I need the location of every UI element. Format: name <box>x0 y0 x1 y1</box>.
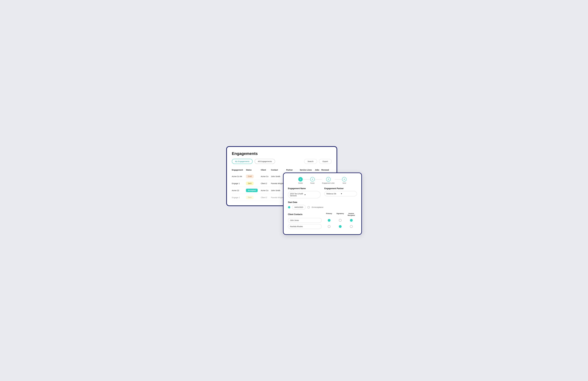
contact-1-invoice-radio <box>350 219 353 222</box>
form-row-name-partner: Engagement Name 2023 Tax & Audit Service… <box>288 188 357 198</box>
engagement-name-arrow: ▼ <box>304 194 318 196</box>
stepper: 1 Details 2 Scope 3 Engagement Letter 4 … <box>288 177 357 184</box>
detail-card: 1 Details 2 Scope 3 Engagement Letter 4 … <box>283 172 362 235</box>
col-service-lines: Service Lines <box>300 168 315 173</box>
cell-engagement: Acme Co 94 <box>232 173 246 180</box>
step-engagement-letter[interactable]: 3 Engagement Letter <box>322 177 335 184</box>
status-badge: Accepted <box>246 189 258 192</box>
step-4-label: Send <box>343 182 346 184</box>
step-2-label: Scope <box>310 182 315 184</box>
engagement-name-group: Engagement Name 2023 Tax & Audit Service… <box>288 188 320 198</box>
search-button[interactable]: Search <box>304 159 317 164</box>
date-row: 04/01/2023 On Acceptance <box>288 205 357 210</box>
tab-all-engagements[interactable]: All Engagements <box>254 159 275 164</box>
export-button[interactable]: Export <box>319 159 332 164</box>
col-engagement: Engagement <box>232 168 246 173</box>
engagement-partner-value: Rebecca Vie <box>327 193 341 195</box>
cell-status: Accepted <box>246 187 261 194</box>
contact-1-signatory-radio <box>339 219 342 222</box>
start-date-input[interactable]: 04/01/2023 <box>292 205 306 210</box>
contact-row-1: John Jones <box>288 218 357 223</box>
engagement-name-value: 2023 Tax & Audit Services <box>290 193 304 197</box>
step-1-circle: 1 <box>298 177 303 182</box>
cell-status: Sent <box>246 180 261 187</box>
step-4-circle: 4 <box>342 177 347 182</box>
client-contacts-title: Client Contacts <box>288 213 324 215</box>
status-badge: Sent <box>246 182 253 185</box>
step-send[interactable]: 4 Send <box>342 177 347 184</box>
start-date-section: Start Date 04/01/2023 On Acceptance <box>288 201 357 210</box>
invoice-recipient-col-label: Invoice Recipient <box>346 212 357 216</box>
date-radio-selected[interactable] <box>288 206 290 208</box>
engagement-partner-group: Engagement Partner Rebecca Vie ▼ <box>324 188 357 198</box>
step-scope[interactable]: 2 Scope <box>310 177 315 184</box>
contact-row-2: Rashida Rhodes <box>288 224 357 229</box>
col-client: Client <box>261 168 271 173</box>
step-1-label: Details <box>298 182 303 184</box>
col-renewal: Renewal <box>321 168 332 173</box>
connector-2-3 <box>315 179 322 180</box>
contact-2-name[interactable]: Rashida Rhodes <box>288 224 322 229</box>
signatory-col-label: Signatory <box>335 212 346 216</box>
engagement-name-label: Engagement Name <box>288 188 320 190</box>
cell-status: Sent <box>246 194 261 201</box>
contact-2-invoice-radio <box>350 225 353 228</box>
engagement-partner-select[interactable]: Rebecca Vie ▼ <box>324 191 357 196</box>
col-jobs: Jobs <box>315 168 321 173</box>
step-details[interactable]: 1 Details <box>298 177 303 184</box>
cell-engagement: Engage 1 <box>232 180 246 187</box>
contacts-header: Client Contacts Primary Signatory Invoic… <box>288 212 357 216</box>
engagement-name-select[interactable]: 2023 Tax & Audit Services ▼ <box>288 191 320 198</box>
col-status: Status <box>246 168 261 173</box>
contact-1-primary-radio <box>328 219 331 222</box>
connector-1-2 <box>303 179 310 180</box>
tabs-row: My Engagements All Engagements Search Ex… <box>232 159 332 164</box>
contact-2-primary-radio <box>328 225 331 228</box>
on-acceptance-radio[interactable] <box>308 206 310 208</box>
contact-2-signatory[interactable] <box>335 225 346 228</box>
contact-1-name[interactable]: John Jones <box>288 218 322 223</box>
step-3-label: Engagement Letter <box>322 182 335 184</box>
contact-1-signatory[interactable] <box>335 219 346 222</box>
on-acceptance-label: On Acceptance <box>312 206 323 208</box>
cell-client: Acme Co <box>261 173 271 180</box>
start-date-label: Start Date <box>288 201 357 203</box>
contacts-col-labels: Primary Signatory Invoice Recipient <box>324 212 357 216</box>
cell-client: Acme Co <box>261 187 271 194</box>
contact-2-signatory-radio <box>339 225 342 228</box>
connector-3-4 <box>335 179 342 180</box>
contact-2-invoice[interactable] <box>346 225 357 228</box>
col-partner: Partner <box>286 168 300 173</box>
contact-1-invoice[interactable] <box>346 219 357 222</box>
status-badge: Draft <box>246 175 253 178</box>
status-badge: Sent <box>246 196 253 199</box>
cell-client: Client 2 <box>261 194 271 201</box>
engagement-partner-label: Engagement Partner <box>324 188 357 190</box>
cell-engagement: Acme 22 <box>232 187 246 194</box>
step-2-circle: 2 <box>310 177 315 182</box>
cell-client: Client 2 <box>261 180 271 187</box>
client-contacts-section: Client Contacts Primary Signatory Invoic… <box>288 212 357 229</box>
step-3-circle: 3 <box>326 177 331 182</box>
contact-1-primary[interactable] <box>324 219 335 222</box>
contact-2-primary[interactable] <box>324 225 335 228</box>
tab-my-engagements[interactable]: My Engagements <box>232 159 253 164</box>
col-contact: Contact <box>271 168 286 173</box>
cell-engagement: Engage 1 <box>232 194 246 201</box>
cell-status: Draft <box>246 173 261 180</box>
page-title: Engagements <box>232 151 332 156</box>
primary-col-label: Primary <box>324 212 335 216</box>
engagement-partner-arrow: ▼ <box>341 193 355 195</box>
